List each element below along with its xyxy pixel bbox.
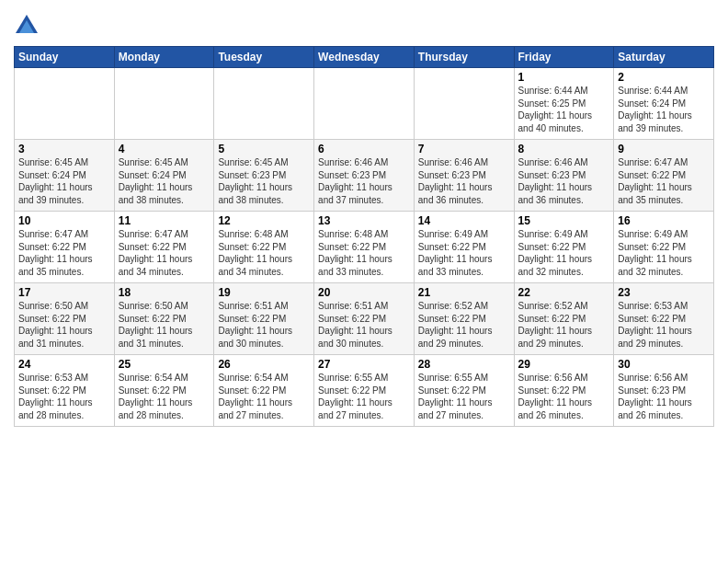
day-cell: 8Sunrise: 6:46 AM Sunset: 6:23 PM Daylig… bbox=[514, 140, 614, 212]
day-info: Sunrise: 6:54 AM Sunset: 6:22 PM Dayligh… bbox=[218, 372, 310, 421]
day-number: 22 bbox=[518, 286, 610, 299]
day-header-wednesday: Wednesday bbox=[314, 47, 415, 68]
day-cell: 14Sunrise: 6:49 AM Sunset: 6:22 PM Dayli… bbox=[414, 212, 514, 283]
day-info: Sunrise: 6:51 AM Sunset: 6:22 PM Dayligh… bbox=[318, 300, 410, 350]
day-number: 18 bbox=[119, 286, 210, 299]
week-row-5: 24Sunrise: 6:53 AM Sunset: 6:22 PM Dayli… bbox=[15, 355, 714, 427]
day-info: Sunrise: 6:53 AM Sunset: 6:22 PM Dayligh… bbox=[618, 300, 710, 350]
day-info: Sunrise: 6:50 AM Sunset: 6:22 PM Dayligh… bbox=[18, 300, 110, 350]
day-number: 10 bbox=[18, 214, 110, 227]
day-info: Sunrise: 6:56 AM Sunset: 6:22 PM Dayligh… bbox=[518, 372, 610, 421]
day-number: 28 bbox=[418, 358, 510, 371]
day-info: Sunrise: 6:46 AM Sunset: 6:23 PM Dayligh… bbox=[318, 156, 410, 206]
day-info: Sunrise: 6:52 AM Sunset: 6:22 PM Dayligh… bbox=[518, 300, 610, 350]
week-row-3: 10Sunrise: 6:47 AM Sunset: 6:22 PM Dayli… bbox=[15, 212, 714, 283]
day-cell: 29Sunrise: 6:56 AM Sunset: 6:22 PM Dayli… bbox=[514, 355, 614, 427]
day-info: Sunrise: 6:56 AM Sunset: 6:23 PM Dayligh… bbox=[618, 372, 710, 421]
day-info: Sunrise: 6:46 AM Sunset: 6:23 PM Dayligh… bbox=[418, 156, 510, 206]
day-cell: 5Sunrise: 6:45 AM Sunset: 6:23 PM Daylig… bbox=[214, 140, 314, 212]
day-cell: 3Sunrise: 6:45 AM Sunset: 6:24 PM Daylig… bbox=[15, 140, 115, 212]
day-cell: 28Sunrise: 6:55 AM Sunset: 6:22 PM Dayli… bbox=[414, 355, 514, 427]
day-cell: 27Sunrise: 6:55 AM Sunset: 6:22 PM Dayli… bbox=[314, 355, 415, 427]
day-info: Sunrise: 6:51 AM Sunset: 6:22 PM Dayligh… bbox=[218, 300, 310, 350]
day-info: Sunrise: 6:53 AM Sunset: 6:22 PM Dayligh… bbox=[18, 372, 110, 421]
day-header-monday: Monday bbox=[114, 47, 214, 68]
day-info: Sunrise: 6:47 AM Sunset: 6:22 PM Dayligh… bbox=[119, 228, 210, 278]
day-info: Sunrise: 6:49 AM Sunset: 6:22 PM Dayligh… bbox=[518, 228, 610, 278]
day-number: 15 bbox=[518, 214, 610, 227]
day-cell bbox=[314, 68, 415, 140]
day-cell: 24Sunrise: 6:53 AM Sunset: 6:22 PM Dayli… bbox=[15, 355, 115, 427]
day-header-thursday: Thursday bbox=[414, 47, 514, 68]
day-number: 3 bbox=[18, 143, 110, 155]
day-info: Sunrise: 6:49 AM Sunset: 6:22 PM Dayligh… bbox=[418, 228, 510, 278]
day-info: Sunrise: 6:55 AM Sunset: 6:22 PM Dayligh… bbox=[418, 372, 510, 421]
day-cell: 6Sunrise: 6:46 AM Sunset: 6:23 PM Daylig… bbox=[314, 140, 415, 212]
day-cell bbox=[414, 68, 514, 140]
day-info: Sunrise: 6:46 AM Sunset: 6:23 PM Dayligh… bbox=[518, 156, 610, 206]
day-cell: 26Sunrise: 6:54 AM Sunset: 6:22 PM Dayli… bbox=[214, 355, 314, 427]
day-number: 1 bbox=[518, 71, 610, 84]
day-header-friday: Friday bbox=[514, 47, 614, 68]
day-number: 21 bbox=[418, 286, 510, 299]
day-info: Sunrise: 6:47 AM Sunset: 6:22 PM Dayligh… bbox=[618, 156, 710, 206]
day-cell: 18Sunrise: 6:50 AM Sunset: 6:22 PM Dayli… bbox=[114, 283, 214, 355]
day-cell: 15Sunrise: 6:49 AM Sunset: 6:22 PM Dayli… bbox=[514, 212, 614, 283]
day-cell: 23Sunrise: 6:53 AM Sunset: 6:22 PM Dayli… bbox=[614, 283, 714, 355]
day-cell: 17Sunrise: 6:50 AM Sunset: 6:22 PM Dayli… bbox=[15, 283, 115, 355]
logo bbox=[14, 13, 43, 39]
day-cell: 19Sunrise: 6:51 AM Sunset: 6:22 PM Dayli… bbox=[214, 283, 314, 355]
day-number: 23 bbox=[618, 286, 710, 299]
day-cell bbox=[15, 68, 115, 140]
day-info: Sunrise: 6:45 AM Sunset: 6:24 PM Dayligh… bbox=[119, 156, 210, 206]
day-number: 29 bbox=[518, 358, 610, 371]
day-info: Sunrise: 6:44 AM Sunset: 6:25 PM Dayligh… bbox=[518, 85, 610, 134]
day-number: 4 bbox=[119, 143, 210, 155]
header-row: SundayMondayTuesdayWednesdayThursdayFrid… bbox=[15, 47, 714, 68]
day-number: 2 bbox=[618, 71, 710, 84]
header bbox=[14, 9, 714, 39]
day-number: 20 bbox=[318, 286, 410, 299]
day-number: 13 bbox=[318, 214, 410, 227]
day-cell: 4Sunrise: 6:45 AM Sunset: 6:24 PM Daylig… bbox=[114, 140, 214, 212]
day-number: 16 bbox=[618, 214, 710, 227]
day-number: 27 bbox=[318, 358, 410, 371]
day-number: 7 bbox=[418, 143, 510, 155]
day-cell: 21Sunrise: 6:52 AM Sunset: 6:22 PM Dayli… bbox=[414, 283, 514, 355]
logo-icon bbox=[14, 13, 40, 39]
day-cell: 22Sunrise: 6:52 AM Sunset: 6:22 PM Dayli… bbox=[514, 283, 614, 355]
week-row-2: 3Sunrise: 6:45 AM Sunset: 6:24 PM Daylig… bbox=[15, 140, 714, 212]
day-number: 25 bbox=[119, 358, 210, 371]
day-number: 30 bbox=[618, 358, 710, 371]
day-info: Sunrise: 6:55 AM Sunset: 6:22 PM Dayligh… bbox=[318, 372, 410, 421]
calendar-table: SundayMondayTuesdayWednesdayThursdayFrid… bbox=[14, 46, 714, 427]
day-number: 11 bbox=[119, 214, 210, 227]
day-cell: 1Sunrise: 6:44 AM Sunset: 6:25 PM Daylig… bbox=[514, 68, 614, 140]
day-header-sunday: Sunday bbox=[15, 47, 115, 68]
week-row-1: 1Sunrise: 6:44 AM Sunset: 6:25 PM Daylig… bbox=[15, 68, 714, 140]
day-cell: 2Sunrise: 6:44 AM Sunset: 6:24 PM Daylig… bbox=[614, 68, 714, 140]
day-cell: 13Sunrise: 6:48 AM Sunset: 6:22 PM Dayli… bbox=[314, 212, 415, 283]
day-info: Sunrise: 6:52 AM Sunset: 6:22 PM Dayligh… bbox=[418, 300, 510, 350]
day-cell: 16Sunrise: 6:49 AM Sunset: 6:22 PM Dayli… bbox=[614, 212, 714, 283]
day-info: Sunrise: 6:54 AM Sunset: 6:22 PM Dayligh… bbox=[119, 372, 210, 421]
day-cell: 10Sunrise: 6:47 AM Sunset: 6:22 PM Dayli… bbox=[15, 212, 115, 283]
day-info: Sunrise: 6:45 AM Sunset: 6:23 PM Dayligh… bbox=[218, 156, 310, 206]
day-header-saturday: Saturday bbox=[614, 47, 714, 68]
day-number: 17 bbox=[18, 286, 110, 299]
day-cell: 25Sunrise: 6:54 AM Sunset: 6:22 PM Dayli… bbox=[114, 355, 214, 427]
day-cell: 9Sunrise: 6:47 AM Sunset: 6:22 PM Daylig… bbox=[614, 140, 714, 212]
day-cell: 30Sunrise: 6:56 AM Sunset: 6:23 PM Dayli… bbox=[614, 355, 714, 427]
day-info: Sunrise: 6:49 AM Sunset: 6:22 PM Dayligh… bbox=[618, 228, 710, 278]
week-row-4: 17Sunrise: 6:50 AM Sunset: 6:22 PM Dayli… bbox=[15, 283, 714, 355]
day-info: Sunrise: 6:50 AM Sunset: 6:22 PM Dayligh… bbox=[119, 300, 210, 350]
day-number: 24 bbox=[18, 358, 110, 371]
day-cell bbox=[214, 68, 314, 140]
day-number: 19 bbox=[218, 286, 310, 299]
day-info: Sunrise: 6:48 AM Sunset: 6:22 PM Dayligh… bbox=[218, 228, 310, 278]
day-number: 8 bbox=[518, 143, 610, 155]
day-number: 6 bbox=[318, 143, 410, 155]
day-cell bbox=[114, 68, 214, 140]
day-number: 26 bbox=[218, 358, 310, 371]
day-info: Sunrise: 6:44 AM Sunset: 6:24 PM Dayligh… bbox=[618, 85, 710, 134]
